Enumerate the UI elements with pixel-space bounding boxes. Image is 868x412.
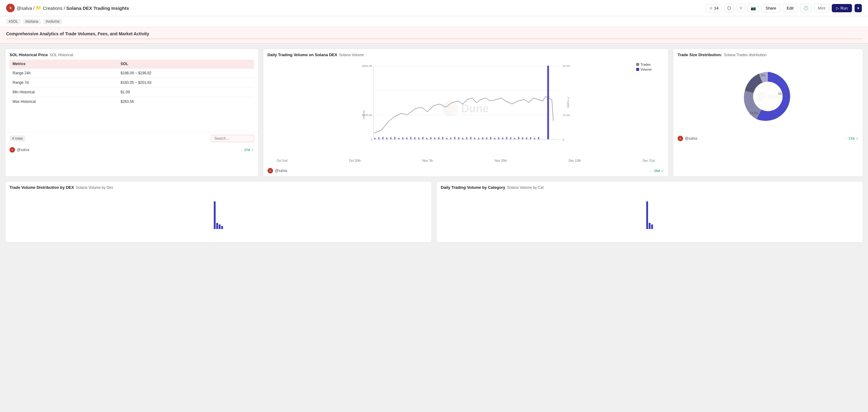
- svg-rect-35: [466, 137, 467, 139]
- svg-text:$400.0b: $400.0b: [362, 64, 372, 67]
- table-row: Min Historical$1.09: [9, 88, 254, 97]
- category-chart-area: [436, 192, 863, 229]
- volume-author-meta: ··· 15d ✓: [649, 168, 664, 173]
- svg-rect-48: [518, 137, 519, 139]
- volume-check-icon: ✓: [661, 169, 664, 173]
- run-button[interactable]: ▷ Run: [832, 4, 852, 12]
- value-cell: $1.09: [118, 88, 254, 97]
- legend-volume: Volume: [636, 67, 652, 71]
- value-cell: $183.05 ~ $201.63: [118, 78, 254, 88]
- github-icon: ⬡: [727, 5, 731, 10]
- dex-bar-2: [216, 223, 218, 229]
- svg-rect-41: [490, 137, 491, 139]
- metric-cell: Min Historical: [9, 88, 118, 97]
- category-volume-subtitle: Solana Volume by Cat: [507, 185, 544, 190]
- x-label-2: Nov 7th: [422, 159, 433, 162]
- svg-text:14.5%: 14.5%: [750, 112, 758, 115]
- category-volume-header: Daily Trading Volume by Category Solana …: [436, 182, 863, 192]
- star-count: 14: [714, 6, 718, 10]
- top-row: SOL Historical Price SOL Historical Metr…: [5, 49, 863, 177]
- tag-sol[interactable]: #SOL: [6, 19, 21, 24]
- table-row: Range 7d$183.05 ~ $201.63: [9, 78, 254, 88]
- svg-rect-16: [390, 137, 391, 139]
- svg-rect-28: [438, 137, 439, 139]
- x-label-5: Dec 31st: [643, 159, 654, 162]
- svg-text:10.0m: 10.0m: [562, 114, 570, 117]
- sol-search-input[interactable]: [211, 135, 254, 142]
- svg-text:0: 0: [562, 138, 564, 141]
- svg-rect-36: [470, 137, 471, 139]
- svg-rect-53: [538, 137, 539, 139]
- svg-rect-49: [522, 137, 523, 139]
- svg-rect-52: [534, 138, 535, 139]
- metric-cell: Range 7d: [9, 78, 118, 88]
- svg-rect-12: [374, 138, 375, 139]
- header: S @salva / 📁 Creations / Solana DEX Trad…: [0, 0, 868, 16]
- svg-rect-30: [446, 138, 447, 139]
- svg-rect-45: [506, 137, 507, 139]
- volume-chart-area: Dune $400.0b $200.0b 0 20.0: [263, 60, 669, 165]
- dex-volume-panel: Trade Volume Distribution by DEX Solana …: [5, 181, 432, 243]
- sol-price-table: Metrics SOL Range 24h$188.09 ~ $198.82Ra…: [9, 60, 254, 106]
- svg-text:13.6%: 13.6%: [746, 88, 754, 91]
- breadcrumb-title: Solana DEX Trading Insights: [66, 5, 129, 11]
- banner-divider: [6, 39, 862, 39]
- sol-panel-footer: 4 rows: [5, 132, 258, 145]
- camera-button[interactable]: 📷: [748, 4, 759, 12]
- tag-volume[interactable]: #volume: [43, 19, 62, 24]
- trade-size-header: Trade Size Distribution: Solana Trades d…: [673, 49, 863, 60]
- sol-check-icon: ✓: [251, 148, 254, 152]
- trades-label: Trades: [641, 63, 651, 66]
- banner-title: Comprehensive Analytics of Trade Volumes…: [6, 31, 862, 36]
- row-count-badge: 4 rows: [9, 135, 25, 141]
- col-metrics: Metrics: [9, 60, 118, 68]
- table-row: Max Historical$263.56: [9, 97, 254, 106]
- volume-author-name: @salva: [275, 168, 287, 173]
- edit-button[interactable]: Edit: [783, 4, 797, 12]
- volume-dots[interactable]: ···: [649, 168, 653, 173]
- sol-price-panel: SOL Historical Price SOL Historical Metr…: [5, 49, 259, 177]
- star-button[interactable]: ☆ 14: [706, 4, 722, 12]
- svg-rect-24: [422, 137, 423, 139]
- donut-container: Dun 64.9% 14.5% 13.6%: [673, 60, 863, 133]
- share-button[interactable]: Share: [762, 4, 780, 12]
- tag-solana[interactable]: #solana: [23, 19, 41, 24]
- fork-icon: ⑂: [740, 5, 742, 10]
- sol-author-avatar: S: [9, 147, 15, 153]
- svg-rect-33: [458, 137, 459, 139]
- fork-button[interactable]: ⑂: [737, 4, 745, 12]
- svg-rect-42: [494, 138, 495, 139]
- sol-price-title: SOL Historical Price: [9, 53, 48, 57]
- donut-svg: 64.9% 14.5% 13.6% 7.0%: [737, 66, 799, 127]
- github-button[interactable]: ⬡: [724, 4, 734, 12]
- breadcrumb-sep1: /: [33, 5, 34, 11]
- col-sol: SOL: [118, 60, 254, 68]
- svg-text:64.9%: 64.9%: [778, 92, 787, 95]
- svg-text:Volume: Volume: [362, 110, 365, 120]
- svg-rect-39: [482, 137, 483, 139]
- history-button[interactable]: 🕐: [800, 4, 811, 12]
- dex-bar-1: [214, 201, 216, 229]
- sol-table-container: Metrics SOL Range 24h$188.09 ~ $198.82Ra…: [5, 60, 258, 106]
- svg-text:7.0%: 7.0%: [758, 74, 766, 77]
- chevron-down-icon: ▾: [857, 6, 859, 10]
- table-row: Range 24h$188.09 ~ $198.82: [9, 68, 254, 78]
- camera-icon: 📷: [751, 5, 756, 10]
- svg-rect-43: [498, 137, 499, 139]
- volume-age: 15d: [654, 169, 660, 172]
- svg-rect-32: [454, 137, 455, 139]
- volume-author-row: S @salva ··· 15d ✓: [263, 165, 669, 177]
- svg-rect-20: [406, 137, 407, 139]
- trade-size-dots[interactable]: ···: [844, 136, 847, 141]
- breadcrumb-user[interactable]: @salva: [17, 5, 32, 11]
- header-left: S @salva / 📁 Creations / Solana DEX Trad…: [6, 4, 129, 12]
- mint-button[interactable]: Mint: [814, 4, 830, 12]
- svg-rect-54: [547, 66, 549, 139]
- sol-dots[interactable]: ···: [239, 147, 243, 152]
- dex-bar-4: [221, 226, 223, 229]
- svg-rect-47: [514, 138, 515, 139]
- svg-rect-18: [398, 138, 399, 139]
- run-dropdown-button[interactable]: ▾: [855, 4, 862, 12]
- breadcrumb-creations[interactable]: Creations: [43, 5, 62, 11]
- run-label: Run: [840, 6, 848, 10]
